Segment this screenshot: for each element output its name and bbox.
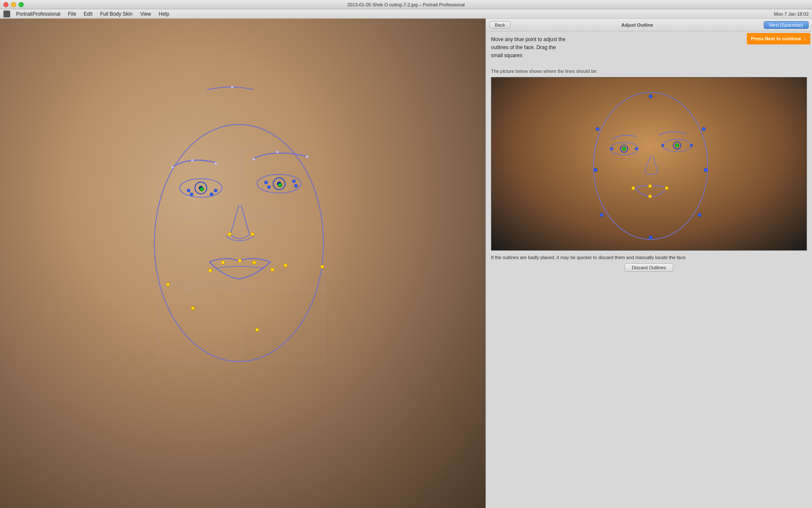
mouth-top-left[interactable] [221, 261, 225, 264]
discard-section: If the outlines are badly placed, it may… [491, 254, 807, 272]
mouth-left[interactable] [208, 269, 212, 272]
right-eye-blue-2[interactable] [292, 179, 296, 183]
jaw-point-left[interactable] [166, 283, 170, 286]
right-panel: Back Adjust Outline Next (Spacebar) Move… [486, 19, 812, 508]
menu-app[interactable]: PortraitProfessional [13, 10, 64, 18]
svg-rect-34 [665, 187, 668, 190]
tooltip-text: Press Next to continue [751, 35, 801, 42]
orange-tooltip: Press Next to continue [747, 33, 810, 44]
nose-right[interactable] [251, 232, 254, 236]
svg-point-28 [704, 168, 708, 171]
svg-point-18 [623, 147, 626, 150]
jaw-point-chin[interactable] [191, 306, 195, 310]
panel-header: Back Adjust Outline Next (Spacebar) [486, 19, 812, 31]
maximize-button[interactable] [19, 2, 24, 7]
svg-point-26 [702, 127, 705, 131]
menu-file[interactable]: File [65, 10, 80, 18]
forehead-point[interactable] [231, 86, 234, 89]
minimize-button[interactable] [11, 2, 16, 7]
systray-time: Mon 7 Jan 18:02 [774, 11, 809, 17]
panel-title: Adjust Outline [510, 22, 763, 28]
next-button[interactable]: Next (Spacebar) [764, 21, 809, 29]
instruction-container: Move any blue point to adjust the outlin… [491, 36, 807, 60]
instruction-text-1: Move any blue point to adjust the [491, 36, 565, 42]
window-title: 2013-01-05 Shek O outing-7-2.jpg – Portr… [347, 2, 465, 7]
svg-point-31 [649, 235, 653, 239]
right-eye-blue-1[interactable] [264, 181, 268, 184]
main-layout: Back Adjust Outline Next (Spacebar) Move… [0, 19, 812, 508]
svg-point-19 [675, 144, 679, 147]
right-eye-green[interactable] [278, 183, 282, 187]
left-eye-blue-3[interactable] [190, 193, 193, 196]
jaw-point-right[interactable] [321, 265, 324, 268]
window-controls[interactable] [3, 2, 24, 7]
svg-point-20 [611, 147, 613, 150]
preview-face-bg [491, 77, 807, 250]
right-eye-blue-4[interactable] [294, 184, 298, 188]
mouth-bottom[interactable] [284, 264, 287, 267]
menu-bar: PortraitProfessional File Edit Full Body… [0, 9, 812, 19]
svg-point-11 [593, 92, 708, 239]
mouth-right[interactable] [271, 268, 274, 271]
photo-background [0, 19, 486, 508]
svg-point-22 [661, 144, 664, 146]
close-button[interactable] [3, 2, 8, 7]
panel-content: Move any blue point to adjust the outlin… [486, 31, 812, 508]
right-eye-blue-3[interactable] [267, 185, 271, 189]
photo-area [0, 19, 486, 508]
menu-help[interactable]: Help [155, 10, 173, 18]
svg-point-25 [596, 127, 599, 131]
preview-image [491, 77, 807, 251]
right-brow-right[interactable] [306, 155, 309, 158]
discard-description: If the outlines are badly placed, it may… [491, 255, 687, 260]
menu-edit[interactable]: Edit [80, 10, 96, 18]
app-icon [3, 11, 10, 17]
right-brow-mid[interactable] [276, 151, 279, 154]
svg-point-24 [649, 94, 653, 98]
svg-rect-32 [632, 187, 635, 190]
guide-text: The picture below shows where the lines … [491, 69, 807, 74]
svg-point-21 [635, 147, 638, 150]
svg-point-30 [698, 213, 701, 216]
menu-view[interactable]: View [137, 10, 154, 18]
nose-left[interactable] [228, 232, 231, 236]
left-eye-green[interactable] [200, 187, 204, 191]
svg-point-29 [600, 213, 604, 216]
left-eye-blue-1[interactable] [187, 189, 190, 192]
menu-fullbodyskin[interactable]: Full Body Skin [97, 10, 136, 18]
mouth-top-right[interactable] [252, 261, 256, 264]
svg-rect-35 [649, 195, 652, 198]
preview-svg [491, 77, 807, 250]
left-eye-blue-2[interactable] [214, 189, 217, 192]
svg-rect-33 [649, 185, 652, 188]
right-brow-left[interactable] [252, 158, 255, 161]
left-brow-left[interactable] [171, 166, 174, 169]
mouth-top-mid[interactable] [238, 259, 241, 262]
title-bar: 2013-01-05 Shek O outing-7-2.jpg – Portr… [0, 0, 812, 9]
jaw-point-bottom[interactable] [255, 328, 259, 331]
left-eye-blue-4[interactable] [210, 193, 213, 196]
left-brow-mid[interactable] [191, 159, 194, 162]
instruction-text-2: outlines of the face. Drag the [491, 44, 556, 50]
svg-point-23 [690, 144, 693, 146]
discard-button[interactable]: Discard Outlines [625, 263, 673, 272]
left-brow-right[interactable] [214, 162, 217, 165]
instruction-text-3: small squares [491, 52, 522, 58]
svg-point-27 [594, 168, 597, 171]
back-button[interactable]: Back [489, 21, 510, 29]
